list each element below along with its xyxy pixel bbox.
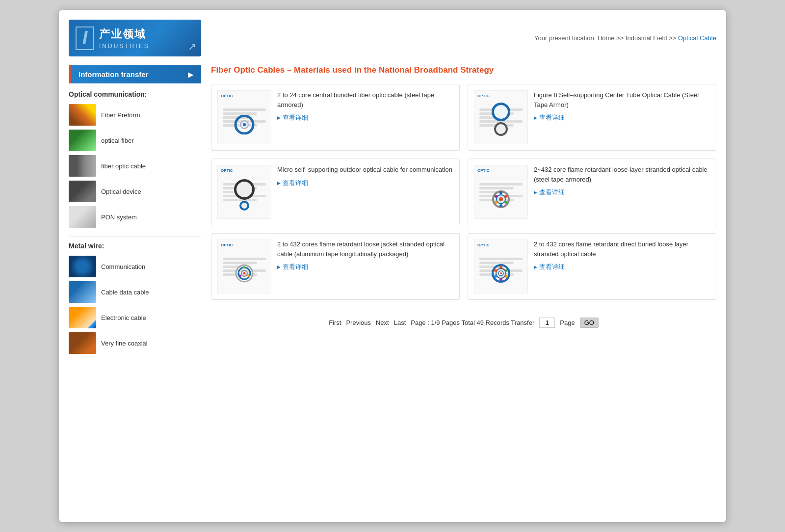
product-link-1[interactable]: 查看详细: [277, 113, 453, 122]
product-card-3: OPTIC: [211, 159, 460, 225]
product-card-5: OPTIC: [211, 233, 460, 300]
sidebar-item-label-fiber-optic-cable: fiber optic cable: [101, 162, 146, 170]
pagination-first[interactable]: First: [329, 319, 341, 326]
logo-cn: 产业领域: [99, 27, 150, 42]
product-card-2: OPTIC: [468, 84, 716, 151]
sidebar-item-very-fine-coaxial[interactable]: Very fine coaxial: [69, 330, 201, 356]
sidebar-divider: [69, 237, 201, 237]
sidebar-item-label-electronic-cable: Electronic cable: [101, 314, 146, 321]
breadcrumb-link[interactable]: Optical Cable: [678, 34, 716, 42]
sidebar-item-fiber-optic-cable[interactable]: fiber optic cable: [69, 153, 201, 179]
sidebar-item-optical-device[interactable]: Optical device: [69, 179, 201, 204]
pagination-page-info: Page : 1/9 Pages Total 49 Records Transf…: [411, 319, 534, 326]
pagination-next[interactable]: Next: [376, 319, 389, 326]
sidebar: Information transfer ▶ Optical communica…: [69, 65, 201, 363]
svg-point-26: [499, 278, 502, 281]
sidebar-nav-arrow-icon: ▶: [188, 71, 193, 79]
pagination-page-label: Page: [560, 319, 575, 326]
product-link-6[interactable]: 查看详细: [534, 263, 710, 271]
svg-point-16: [243, 266, 246, 269]
product-name-5: 2 to 432 cores flame retardant loose jac…: [277, 239, 453, 259]
pagination-previous[interactable]: Previous: [346, 319, 371, 326]
page-title: Fiber Optic Cables – Materials used in t…: [211, 65, 716, 75]
breadcrumb-prefix: Your present location: Home >> Industria…: [534, 34, 678, 42]
sidebar-item-label-very-fine-coaxial: Very fine coaxial: [101, 340, 148, 347]
sidebar-item-cable-data[interactable]: Cable data cable: [69, 279, 201, 305]
product-info-4: 2~432 core flame retardant loose-layer s…: [534, 165, 710, 219]
product-img-4: OPTIC: [474, 165, 528, 219]
product-name-4: 2~432 core flame retardant loose-layer s…: [534, 165, 710, 184]
fiber-optic-cable-img: [69, 155, 96, 177]
logo-letter: I: [76, 27, 94, 50]
sidebar-item-optical-fiber[interactable]: optical fiber: [69, 128, 201, 153]
product-link-2[interactable]: 查看详细: [534, 113, 710, 122]
cable-data-img: [69, 281, 96, 303]
header: I 产业领域 INDUSTRIES ↗ Your present locatio…: [69, 20, 716, 56]
svg-point-22: [500, 272, 502, 274]
main-window: I 产业领域 INDUSTRIES ↗ Your present locatio…: [59, 10, 726, 522]
pagination-go-button[interactable]: GO: [580, 318, 599, 328]
optical-fiber-img: [69, 130, 96, 151]
fiber-preform-img: [69, 104, 96, 126]
svg-point-5: [499, 197, 503, 201]
sidebar-item-pon-system[interactable]: PON system: [69, 204, 201, 230]
product-img-2: OPTIC: [474, 90, 528, 144]
sidebar-item-label-optical-device: Optical device: [101, 188, 141, 195]
sidebar-optical-section: Optical communication: Fiber Preform opt…: [69, 90, 201, 230]
svg-point-7: [504, 195, 507, 198]
sidebar-item-fiber-preform[interactable]: Fiber Preform: [69, 102, 201, 128]
logo-text: 产业领域 INDUSTRIES: [99, 27, 150, 50]
svg-point-9: [499, 204, 502, 207]
svg-point-15: [243, 272, 246, 275]
content-area: Fiber Optic Cables – Materials used in t…: [211, 65, 716, 334]
electronic-cable-img: [69, 307, 96, 328]
metal-section-label: Metal wire:: [69, 242, 201, 250]
product-name-3: Micro self–supporting outdoor optical ca…: [277, 165, 453, 175]
svg-point-25: [505, 275, 508, 278]
product-img-3: OPTIC: [217, 165, 271, 219]
sidebar-item-label-cable-data: Cable data cable: [101, 289, 149, 296]
product-info-6: 2 to 432 cores flame retardant direct bu…: [534, 239, 710, 293]
sidebar-item-label-communication: Communication: [101, 263, 145, 270]
svg-point-23: [499, 266, 502, 268]
product-info-3: Micro self–supporting outdoor optical ca…: [277, 165, 453, 219]
logo-arrow-icon: ↗: [188, 41, 196, 53]
very-fine-coaxial-img: [69, 332, 96, 354]
products-grid: OPTIC: [211, 84, 716, 300]
sidebar-item-electronic-cable[interactable]: Electronic cable: [69, 305, 201, 330]
product-link-3[interactable]: 查看详细: [277, 179, 453, 187]
communication-img: [69, 256, 96, 277]
pon-system-img: [69, 206, 96, 228]
pagination: First Previous Next Last Page : 1/9 Page…: [211, 312, 716, 334]
sidebar-item-label-fiber-preform: Fiber Preform: [101, 111, 140, 119]
product-img-1: OPTIC: [217, 90, 271, 144]
optical-device-img: [69, 181, 96, 202]
sidebar-item-communication[interactable]: Communication: [69, 254, 201, 279]
product-link-4[interactable]: 查看详细: [534, 188, 710, 197]
svg-point-18: [239, 275, 241, 277]
product-card-6: OPTIC: [468, 233, 716, 300]
svg-point-24: [505, 269, 508, 272]
svg-point-11: [495, 195, 497, 198]
sidebar-nav-item-information-transfer[interactable]: Information transfer ▶: [69, 65, 201, 83]
svg-point-6: [499, 191, 502, 194]
product-img-5: OPTIC: [217, 239, 271, 293]
product-name-1: 2 to 24 core central bundled fiber optic…: [277, 90, 453, 109]
svg-point-27: [494, 275, 497, 278]
svg-point-8: [504, 201, 507, 204]
sidebar-nav-label: Information transfer: [78, 70, 149, 79]
sidebar-metal-section: Metal wire: Communication Cable data cab…: [69, 242, 201, 356]
sidebar-item-label-optical-fiber: optical fiber: [101, 137, 133, 144]
svg-point-17: [248, 275, 250, 277]
product-card-4: OPTIC: [468, 159, 716, 225]
svg-point-2: [243, 123, 246, 126]
product-img-6: OPTIC: [474, 239, 528, 293]
pagination-page-input[interactable]: [539, 318, 555, 328]
product-info-5: 2 to 432 cores flame retardant loose jac…: [277, 239, 453, 293]
product-info-2: Figure 8 Self–supporting Center Tube Opt…: [534, 90, 710, 144]
product-link-5[interactable]: 查看详细: [277, 263, 453, 271]
logo[interactable]: I 产业领域 INDUSTRIES ↗: [69, 20, 201, 56]
product-info-1: 2 to 24 core central bundled fiber optic…: [277, 90, 453, 144]
pagination-last[interactable]: Last: [394, 319, 406, 326]
main-layout: Information transfer ▶ Optical communica…: [69, 65, 716, 363]
